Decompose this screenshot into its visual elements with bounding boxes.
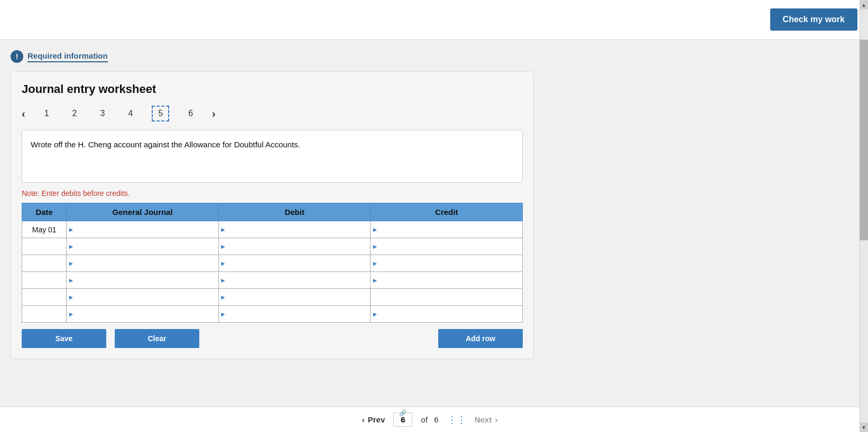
- date-cell-2: [22, 238, 67, 255]
- bottom-buttons: Save Clear Add row: [22, 329, 523, 348]
- footer-total-pages: 6: [434, 415, 438, 424]
- chain-icon: 🔗: [399, 410, 407, 417]
- journal-input-1[interactable]: [67, 221, 218, 238]
- description-box: Wrote off the H. Cheng account against t…: [22, 130, 523, 183]
- debit-cell-3[interactable]: ►: [218, 255, 371, 272]
- col-header-date: Date: [22, 203, 67, 221]
- debit-input-4[interactable]: [219, 272, 371, 288]
- credit-cell-5[interactable]: [371, 289, 523, 306]
- scroll-up-arrow[interactable]: ▲: [860, 0, 868, 10]
- journal-cell-2[interactable]: ►: [67, 238, 219, 255]
- debit-cell-4[interactable]: ►: [218, 272, 371, 289]
- journal-cell-3[interactable]: ►: [67, 255, 219, 272]
- journal-input-5[interactable]: [67, 289, 218, 305]
- credit-cell-4[interactable]: ►: [371, 272, 523, 289]
- credit-input-5[interactable]: [371, 289, 522, 305]
- credit-cell-1[interactable]: ►: [371, 221, 523, 238]
- footer-next-button[interactable]: Next ›: [475, 415, 498, 424]
- date-cell-1: May 01: [22, 221, 67, 238]
- required-info-bar: ! Required information: [11, 50, 844, 63]
- footer-prev-button[interactable]: ‹ Prev: [362, 415, 385, 424]
- page-3[interactable]: 3: [96, 107, 109, 120]
- footer-next-label: Next: [475, 415, 492, 424]
- col-header-debit: Debit: [218, 203, 371, 221]
- debit-cell-6[interactable]: ►: [218, 306, 371, 323]
- journal-cell-5[interactable]: ►: [67, 289, 219, 306]
- footer-page-box[interactable]: 🔗 6: [393, 412, 412, 427]
- check-my-work-button[interactable]: Check my work: [770, 8, 857, 31]
- pagination-next-button[interactable]: ›: [212, 108, 216, 120]
- credit-cell-3[interactable]: ►: [371, 255, 523, 272]
- table-row: ► ► ►: [22, 272, 523, 289]
- credit-input-2[interactable]: [371, 238, 522, 255]
- journal-cell-6[interactable]: ►: [67, 306, 219, 323]
- save-button[interactable]: Save: [22, 329, 106, 348]
- credit-cell-6[interactable]: ►: [371, 306, 523, 323]
- top-bar: Check my work: [0, 0, 868, 40]
- scroll-down-arrow[interactable]: ▼: [860, 422, 868, 432]
- debit-input-2[interactable]: [219, 238, 371, 255]
- table-row: ► ►: [22, 289, 523, 306]
- clear-button[interactable]: Clear: [115, 329, 199, 348]
- credit-input-1[interactable]: [371, 221, 522, 238]
- journal-input-2[interactable]: [67, 238, 218, 255]
- debit-input-5[interactable]: [219, 289, 371, 305]
- table-row: ► ► ►: [22, 238, 523, 255]
- worksheet-card: Journal entry worksheet ‹ 1 2 3 4 5 6 › …: [11, 71, 534, 359]
- credit-cell-2[interactable]: ►: [371, 238, 523, 255]
- table-row: ► ► ►: [22, 306, 523, 323]
- page-6[interactable]: 6: [184, 107, 197, 120]
- page-1[interactable]: 1: [40, 107, 53, 120]
- worksheet-title: Journal entry worksheet: [22, 82, 523, 96]
- date-cell-5: [22, 289, 67, 306]
- prev-chevron-icon: ‹: [362, 415, 365, 424]
- pagination-prev-button[interactable]: ‹: [22, 108, 25, 120]
- page-2[interactable]: 2: [68, 107, 81, 120]
- date-cell-6: [22, 306, 67, 323]
- col-header-credit: Credit: [371, 203, 523, 221]
- table-row: ► ► ►: [22, 255, 523, 272]
- col-header-general-journal: General Journal: [67, 203, 219, 221]
- date-cell-3: [22, 255, 67, 272]
- journal-input-6[interactable]: [67, 306, 218, 322]
- debit-cell-5[interactable]: ►: [218, 289, 371, 306]
- required-info-icon: !: [11, 50, 23, 63]
- pagination: ‹ 1 2 3 4 5 6 ›: [22, 106, 523, 121]
- debit-input-1[interactable]: [219, 221, 371, 238]
- debit-cell-2[interactable]: ►: [218, 238, 371, 255]
- journal-cell-4[interactable]: ►: [67, 272, 219, 289]
- add-row-button[interactable]: Add row: [438, 329, 523, 348]
- page-5[interactable]: 5: [152, 106, 169, 121]
- footer-bar: ‹ Prev 🔗 6 of 6 ⋮⋮ Next ›: [0, 407, 860, 432]
- journal-input-3[interactable]: [67, 255, 218, 271]
- credit-input-6[interactable]: [371, 306, 522, 322]
- scrollbar-thumb[interactable]: [860, 40, 868, 240]
- footer-prev-label: Prev: [368, 415, 385, 424]
- grid-icon[interactable]: ⋮⋮: [447, 414, 466, 426]
- journal-table: Date General Journal Debit Credit May 01…: [22, 203, 523, 323]
- debit-cell-1[interactable]: ►: [218, 221, 371, 238]
- credit-input-4[interactable]: [371, 272, 522, 288]
- next-chevron-icon: ›: [495, 415, 497, 424]
- page-4[interactable]: 4: [124, 107, 137, 120]
- date-cell-4: [22, 272, 67, 289]
- debit-input-3[interactable]: [219, 255, 371, 271]
- scrollbar-track[interactable]: ▲ ▼: [860, 0, 868, 432]
- note-text: Note: Enter debits before credits.: [22, 189, 523, 198]
- main-content: ! Required information Journal entry wor…: [0, 40, 860, 370]
- journal-cell-1[interactable]: ►: [67, 221, 219, 238]
- table-row: May 01 ► ► ►: [22, 221, 523, 238]
- credit-input-3[interactable]: [371, 255, 522, 271]
- required-info-label: Required information: [27, 51, 108, 62]
- debit-input-6[interactable]: [219, 306, 371, 322]
- journal-input-4[interactable]: [67, 272, 218, 288]
- footer-of-text: of 6: [421, 415, 438, 424]
